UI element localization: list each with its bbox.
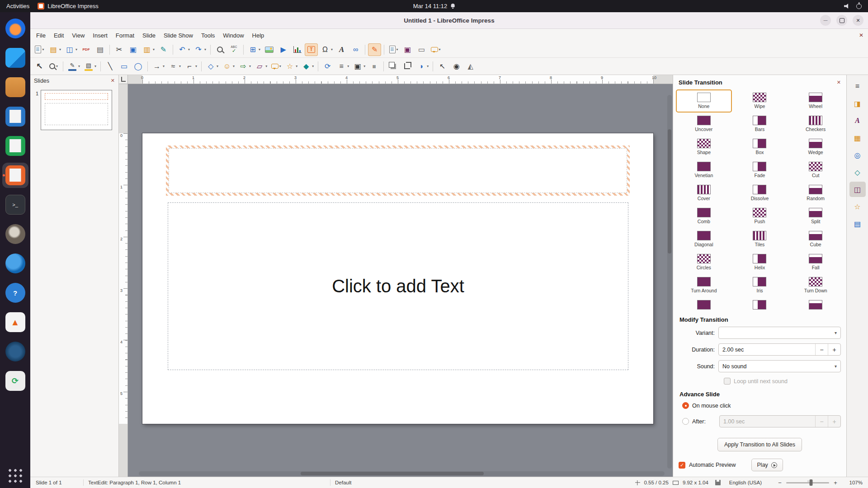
zoom-slider[interactable]	[786, 482, 829, 483]
after-increase-button[interactable]	[828, 416, 840, 427]
insert-text-box-button[interactable]: T	[305, 43, 318, 56]
navigator-tab[interactable]: ◎	[849, 147, 866, 163]
transition-comb[interactable]: Comb	[676, 205, 732, 228]
transition-bars[interactable]: Bars	[732, 113, 788, 136]
transition-wheel[interactable]: Wheel	[788, 89, 844, 113]
slide-page[interactable]: Click to add Text	[142, 133, 653, 424]
align-objects-button[interactable]: ≡	[335, 60, 350, 73]
close-document-icon[interactable]	[859, 32, 863, 38]
transition-fade[interactable]: Fade	[732, 159, 788, 182]
menu-help[interactable]: Help	[248, 31, 269, 40]
transition-shape[interactable]: Shape	[676, 136, 732, 159]
open-file-button[interactable]: ▤	[47, 43, 62, 56]
loop-until-next-sound-checkbox[interactable]	[724, 378, 731, 385]
connectors-button[interactable]: ⌐	[183, 60, 198, 73]
zoom-slider-thumb[interactable]	[810, 479, 813, 486]
vscode-dock-item[interactable]	[2, 45, 28, 70]
menu-slide[interactable]: Slide	[138, 31, 160, 40]
copy-button[interactable]: ▣	[127, 43, 140, 56]
close-window-button[interactable]	[853, 15, 863, 26]
image-filter-button[interactable]: ◑	[415, 60, 430, 73]
transition-uncover[interactable]: Uncover	[676, 113, 732, 136]
horizontal-scrollbar[interactable]	[139, 471, 665, 476]
transition-diagonal[interactable]: Diagonal	[676, 228, 732, 251]
insert-line-button[interactable]: ╲	[104, 60, 117, 73]
show-draw-functions-button[interactable]: ✎	[368, 43, 381, 56]
insert-table-button[interactable]: ⊞	[246, 43, 262, 56]
terminal-dock-item[interactable]: >_	[2, 192, 28, 217]
new-presentation-button[interactable]	[33, 43, 46, 56]
ruler-corner-tab-selector[interactable]	[119, 75, 128, 84]
libreoffice-calc-dock-item[interactable]	[2, 133, 28, 159]
page-style-status[interactable]: Default	[335, 480, 351, 485]
variant-select[interactable]	[718, 327, 841, 339]
shapes-tab[interactable]: ◇	[849, 164, 866, 180]
select-button[interactable]: ↖	[33, 60, 46, 73]
language-status[interactable]: English (USA)	[729, 480, 762, 485]
styles-tab[interactable]: A	[849, 113, 866, 128]
content-placeholder[interactable]: Click to add Text	[168, 202, 628, 370]
master-slides-tab[interactable]: ▤	[849, 216, 866, 231]
menu-file[interactable]: File	[32, 31, 50, 40]
basic-shapes-button[interactable]: ◇	[204, 60, 220, 73]
transition-wedge[interactable]: Wedge	[788, 136, 844, 159]
transition-partial-3[interactable]	[788, 297, 844, 312]
sidebar-menu[interactable]: ≡	[849, 79, 866, 94]
paste-button[interactable]: ▥	[141, 43, 156, 56]
properties-tab[interactable]: ◨	[849, 96, 866, 111]
transition-cut[interactable]: Cut	[788, 159, 844, 182]
gallery-tab[interactable]: ▦	[849, 130, 866, 145]
insert-hyperlink-button[interactable]: ∞	[349, 43, 362, 56]
vlc-dock-item[interactable]: ▲	[2, 310, 28, 335]
transition-split[interactable]: Split	[788, 205, 844, 228]
title-bar[interactable]: Untitled 1 - LibreOffice Impress	[30, 12, 868, 29]
new-slide-button[interactable]	[387, 43, 400, 56]
insert-chart-button[interactable]	[291, 43, 304, 56]
close-transition-panel-icon[interactable]	[837, 80, 841, 85]
gimp-dock-item[interactable]	[2, 221, 28, 247]
menu-format[interactable]: Format	[112, 31, 138, 40]
transition-random[interactable]: Random	[788, 182, 844, 205]
transition-dissolve[interactable]: Dissolve	[732, 182, 788, 205]
zoom-percent[interactable]: 107%	[843, 480, 863, 485]
save-button[interactable]: ◫	[63, 43, 79, 56]
print-button[interactable]: ▤	[94, 43, 107, 56]
menu-window[interactable]: Window	[219, 31, 248, 40]
lines-and-arrows-button[interactable]: →	[151, 60, 166, 73]
transition-iris[interactable]: Iris	[732, 274, 788, 297]
minimize-button[interactable]	[820, 15, 831, 26]
apply-transition-to-all-slides-button[interactable]: Apply Transition to All Slides	[717, 438, 802, 451]
active-app-menu[interactable]: LibreOffice Impress	[38, 3, 98, 9]
menu-slide-show[interactable]: Slide Show	[160, 31, 197, 40]
menu-view[interactable]: View	[68, 31, 89, 40]
menu-insert[interactable]: Insert	[89, 31, 112, 40]
insert-media-button[interactable]: ▶	[277, 43, 290, 56]
sound-select[interactable]: No sound	[718, 360, 841, 372]
transition-checkers[interactable]: Checkers	[788, 113, 844, 136]
software-updater-dock-item[interactable]: ⟳	[2, 368, 28, 394]
libreoffice-impress-dock-item[interactable]	[2, 163, 28, 188]
transition-wipe[interactable]: Wipe	[732, 89, 788, 113]
distribute-selection-button[interactable]: |||	[368, 60, 381, 73]
transition-cube[interactable]: Cube	[788, 228, 844, 251]
duplicate-slide-button[interactable]: ▣	[401, 43, 414, 56]
fill-color-button[interactable]: ▧	[82, 60, 98, 73]
transition-circles[interactable]: Circles	[676, 251, 732, 274]
rectangle-button[interactable]: ▭	[118, 60, 131, 73]
insert-special-character-button[interactable]: Ω	[319, 43, 334, 56]
rename-slide-button[interactable]: ▭	[415, 43, 428, 56]
clock-menu[interactable]: Mar 14 11:12	[413, 3, 455, 9]
redo-button[interactable]: ↷	[192, 43, 208, 56]
play-button[interactable]: Play	[751, 459, 783, 471]
duration-increase-button[interactable]	[828, 344, 840, 355]
transition-push[interactable]: Push	[732, 205, 788, 228]
vertical-scrollbar-thumb[interactable]	[668, 129, 671, 253]
transition-turn-down[interactable]: Turn Down	[788, 274, 844, 297]
curves-and-polygons-button[interactable]: ≈	[167, 60, 182, 73]
on-mouse-click-radio[interactable]	[682, 402, 689, 409]
after-decrease-button[interactable]	[815, 416, 828, 427]
show-applications-icon[interactable]	[8, 468, 23, 483]
slide-1-thumbnail[interactable]	[41, 90, 112, 130]
menu-edit[interactable]: Edit	[50, 31, 68, 40]
ellipse-button[interactable]: ◯	[132, 60, 145, 73]
